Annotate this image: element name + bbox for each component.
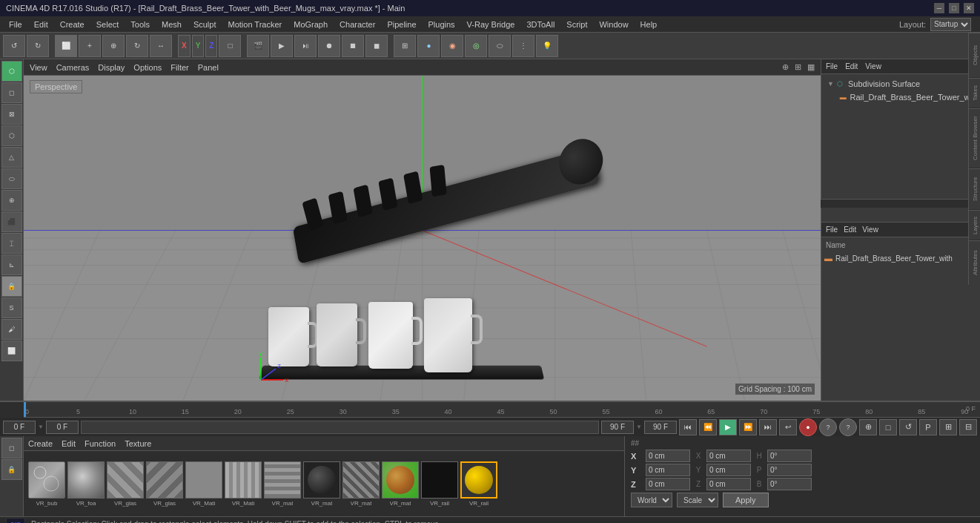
scale-btn[interactable]: ↔ [150, 35, 172, 57]
b-input[interactable] [767, 478, 812, 490]
left-tool-11[interactable]: 🔒 [1, 276, 22, 297]
left-tool-14[interactable]: ⬜ [1, 341, 22, 361]
mat-menu-create[interactable]: Create [28, 439, 53, 448]
rect-select-btn[interactable]: ⬜ [55, 35, 77, 57]
max-frame-input[interactable] [644, 421, 677, 434]
rec-btn-1[interactable]: ● [799, 418, 817, 436]
right-tab-attributes[interactable]: Attributes [969, 240, 980, 285]
right-tab-content[interactable]: Content Browser [969, 108, 980, 168]
x-axis-btn[interactable]: X [178, 35, 191, 57]
object-mode-btn[interactable]: □ [219, 35, 241, 57]
title-bar-controls[interactable]: ─ □ ✕ [934, 3, 974, 13]
menu-motion-tracker[interactable]: Motion Tracker [222, 19, 288, 30]
light-btn[interactable]: 💡 [536, 35, 558, 57]
menu-script[interactable]: Script [560, 19, 593, 30]
layout-select[interactable]: Startup [930, 18, 971, 31]
vp-menu-cameras[interactable]: Cameras [56, 63, 90, 72]
mat-menu-texture[interactable]: Texture [125, 439, 151, 448]
rec-btn-3[interactable]: ? [839, 418, 857, 436]
right-tab-objects[interactable]: Objects [969, 33, 980, 77]
left-tool-9[interactable]: ⌶ [1, 233, 22, 254]
material-vr-mati2[interactable]: VR_Mati [225, 461, 262, 507]
material-vr-bub[interactable]: VR_bub [28, 461, 65, 507]
mode-btn-5[interactable]: ⊞ [939, 419, 957, 435]
left-tool-4[interactable]: ⬡ [1, 125, 22, 146]
minimize-btn[interactable]: ─ [934, 3, 944, 13]
vp-menu-filter[interactable]: Filter [170, 63, 188, 72]
mode-btn-4[interactable]: P [919, 419, 937, 435]
scale-select[interactable]: Scale [677, 493, 718, 507]
vp-menu-display[interactable]: Display [98, 63, 125, 72]
material-vr-rail-gold[interactable]: VR_rail [460, 461, 497, 507]
undo-btn[interactable]: ↺ [3, 35, 25, 57]
tree-item-subdivision[interactable]: ▼ ⬡ Subdivision Surface [824, 77, 977, 91]
current-frame-input[interactable] [3, 421, 36, 434]
goto-start-btn[interactable]: ⏮ [679, 419, 697, 435]
snap-btn[interactable]: ⊞ [394, 35, 416, 57]
right-tab-structure[interactable]: Structure [969, 168, 980, 209]
left-tool-7[interactable]: ⊕ [1, 190, 22, 211]
material-vr-mat-brown[interactable]: VR_mat [382, 461, 419, 507]
anim-btn4[interactable]: ⏹ [342, 35, 364, 57]
left-tool-8[interactable]: ⬛ [1, 211, 22, 232]
mode-btn-6[interactable]: ⊟ [959, 419, 977, 435]
viewport-canvas[interactable]: Perspective [24, 76, 821, 401]
vp-icon-move[interactable]: ⊕ [782, 62, 789, 72]
tree-item-rail[interactable]: ▬ Rail_Draft_Brass_Beer_Tower_wit [824, 91, 977, 104]
anim-btn1[interactable]: ▶ [271, 35, 293, 57]
left-tool-1[interactable]: ⬡ [1, 61, 22, 82]
move-btn[interactable]: ⊕ [102, 35, 125, 57]
rotate-btn[interactable]: ↻ [126, 35, 148, 57]
rp-edit-menu[interactable]: Edit [845, 62, 858, 70]
vp-icon-render[interactable]: ▦ [807, 62, 815, 72]
rb-edit-menu[interactable]: Edit [844, 226, 856, 234]
mode-btn-2[interactable]: □ [879, 419, 897, 435]
sphere3-btn[interactable]: ◎ [465, 35, 487, 57]
mat-menu-function[interactable]: Function [85, 439, 116, 448]
play-btn[interactable]: ▶ [719, 419, 737, 435]
material-vr-mat-checker[interactable]: VR_mat [342, 461, 380, 507]
z-pos-input[interactable] [646, 478, 690, 490]
material-vr-rail-black[interactable]: VR_rail [421, 461, 458, 507]
material-vr-glass1[interactable]: VR_glas [107, 461, 144, 507]
vp-menu-options[interactable]: Options [133, 63, 162, 72]
menu-select[interactable]: Select [90, 19, 125, 30]
viewport[interactable]: View Cameras Display Options Filter Pane… [24, 59, 821, 401]
material-vr-mat1[interactable]: VR_mat [264, 461, 301, 507]
start-frame-input[interactable] [46, 421, 79, 434]
vp-menu-panel[interactable]: Panel [198, 63, 219, 72]
rp-file-menu[interactable]: File [826, 62, 838, 70]
redo-btn[interactable]: ↻ [27, 35, 49, 57]
vp-icon-zoom[interactable]: ⊞ [795, 62, 801, 72]
world-select[interactable]: World Local [631, 493, 672, 507]
menu-help[interactable]: Help [635, 19, 663, 30]
p-input[interactable] [767, 464, 812, 476]
close-btn[interactable]: ✕ [964, 3, 974, 13]
menu-tools[interactable]: Tools [125, 19, 156, 30]
left-tool-2[interactable]: ◻ [1, 82, 22, 103]
menu-edit[interactable]: Edit [28, 19, 54, 30]
film-btn[interactable]: 🎬 [247, 35, 269, 57]
mode-btn-1[interactable]: ⊕ [859, 419, 877, 435]
x-pos-input[interactable] [646, 450, 690, 462]
x-pos-input2[interactable] [706, 450, 751, 462]
right-tab-layers[interactable]: Layers [969, 210, 980, 240]
menu-plugins[interactable]: Plugins [423, 19, 461, 30]
menu-character[interactable]: Character [334, 19, 381, 30]
rb-file-menu[interactable]: File [826, 226, 838, 234]
menu-window[interactable]: Window [593, 19, 634, 30]
rp-view-menu[interactable]: View [865, 62, 881, 70]
right-tab-takes[interactable]: Takes [969, 78, 980, 108]
y-pos-input2[interactable] [706, 464, 751, 476]
timeline-track[interactable] [81, 421, 599, 434]
rb-view-menu[interactable]: View [862, 226, 878, 234]
sphere2-btn[interactable]: ◉ [441, 35, 463, 57]
loop-btn[interactable]: ↩ [779, 419, 797, 435]
bl-tool-1[interactable]: ◻ [1, 438, 22, 458]
sphere-btn[interactable]: ● [417, 35, 440, 57]
prev-frame-btn[interactable]: ⏪ [699, 419, 717, 435]
vp-menu-view[interactable]: View [30, 63, 47, 72]
right-panel-scrollbar[interactable] [821, 199, 980, 208]
left-tool-5[interactable]: △ [1, 147, 22, 168]
y-pos-input[interactable] [646, 464, 690, 476]
